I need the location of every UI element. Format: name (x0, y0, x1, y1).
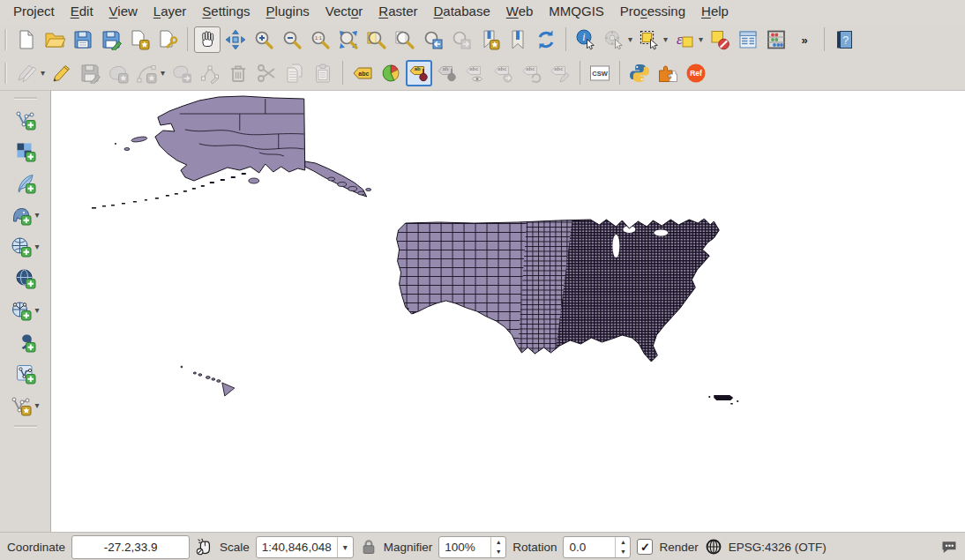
add-wms-layer-dropdown[interactable]: ▾ (34, 234, 39, 260)
menu-vector[interactable]: Vector (318, 3, 371, 20)
new-print-composer-button[interactable] (126, 26, 153, 53)
add-feature-button[interactable] (105, 60, 131, 86)
current-edits-button[interactable] (13, 60, 40, 86)
zoom-full-button[interactable] (335, 26, 362, 53)
render-checkbox[interactable]: ✓ (637, 539, 653, 555)
layer-diagram-options-button[interactable] (378, 60, 404, 86)
spin-up-icon[interactable]: ▲ (616, 537, 630, 547)
zoom-to-layer-button[interactable] (392, 26, 418, 53)
toolbar-handle[interactable] (4, 63, 7, 84)
new-layer-menu-button[interactable] (8, 392, 34, 419)
coordinate-input[interactable] (71, 535, 190, 559)
move-feature-button[interactable] (168, 60, 195, 86)
rotation-spinbox[interactable]: 0.0 ▲▼ (563, 536, 631, 558)
toolbar-handle[interactable] (4, 29, 7, 50)
select-features-dropdown[interactable]: ▾ (663, 26, 668, 53)
add-wfs-layer-dropdown[interactable]: ▾ (34, 297, 39, 324)
magnifier-spin-buttons[interactable]: ▲▼ (490, 537, 505, 557)
menu-edit[interactable]: Edit (63, 3, 101, 20)
current-edits-dropdown[interactable]: ▾ (41, 60, 45, 86)
move-label-button[interactable]: abc (490, 60, 517, 86)
zoom-to-selection-button[interactable] (363, 26, 390, 53)
toolbar-handle[interactable] (14, 425, 37, 428)
spin-down-icon[interactable]: ▼ (616, 547, 630, 556)
add-raster-layer-button[interactable] (12, 138, 39, 165)
save-project-as-button[interactable] (98, 26, 124, 53)
add-postgis-layer-dropdown[interactable]: ▾ (34, 202, 39, 228)
rotate-label-button[interactable]: abc (519, 60, 545, 86)
new-bookmark-button[interactable] (476, 26, 503, 53)
zoom-out-button[interactable] (279, 26, 305, 53)
run-feature-action-dropdown[interactable]: ▾ (628, 26, 632, 53)
pan-map-button[interactable] (194, 26, 221, 53)
add-postgis-layer-button[interactable] (8, 202, 34, 228)
menu-web[interactable]: Web (498, 3, 542, 20)
menu-layer[interactable]: Layer (146, 3, 195, 20)
spin-down-icon[interactable]: ▼ (491, 547, 505, 556)
add-spatialite-layer-button[interactable] (12, 170, 39, 197)
scale-combo[interactable]: 1:40,846,048 ▾ (256, 536, 354, 558)
help-contents-button[interactable]: ? (831, 26, 857, 53)
toggle-editing-button[interactable] (49, 60, 75, 86)
new-project-button[interactable] (13, 26, 40, 53)
scale-lock-icon[interactable] (360, 538, 378, 556)
open-project-button[interactable] (41, 26, 68, 53)
messages-bubble-icon[interactable] (940, 538, 958, 556)
crs-globe-icon[interactable] (705, 538, 722, 556)
pan-to-selection-button[interactable] (222, 26, 249, 53)
identify-features-button[interactable]: i (572, 26, 599, 53)
add-circular-string-button[interactable] (133, 60, 160, 86)
cut-features-button[interactable] (253, 60, 280, 86)
spin-up-icon[interactable]: ▲ (491, 537, 505, 547)
toolbar-overflow-button[interactable]: » (791, 26, 818, 53)
toolbar-handle[interactable] (14, 97, 37, 100)
select-features-button[interactable] (636, 26, 662, 53)
copy-features-button[interactable] (281, 60, 308, 86)
show-hide-labels-button[interactable]: abc (462, 60, 489, 86)
menu-project[interactable]: Project (5, 3, 63, 20)
menu-view[interactable]: View (101, 3, 146, 20)
save-layer-edits-button[interactable] (77, 60, 103, 86)
map-canvas[interactable] (51, 91, 965, 532)
manage-plugins-button[interactable] (655, 60, 681, 86)
node-tool-button[interactable] (197, 60, 223, 86)
layer-labeling-options-button[interactable]: abc (349, 60, 376, 86)
python-console-button[interactable] (626, 60, 653, 86)
rotation-spin-buttons[interactable]: ▲▼ (615, 537, 630, 557)
composer-manager-button[interactable] (154, 26, 181, 53)
delete-selected-button[interactable] (225, 60, 251, 86)
zoom-last-button[interactable] (420, 26, 446, 53)
scale-dropdown-icon[interactable]: ▾ (337, 537, 353, 557)
zoom-next-button[interactable] (448, 26, 475, 53)
change-label-button[interactable]: abc (547, 60, 573, 86)
menu-help[interactable]: Help (693, 3, 737, 20)
select-by-expression-dropdown[interactable]: ▾ (699, 26, 703, 53)
pin-unpin-labels-button[interactable]: ab (434, 60, 460, 86)
save-project-button[interactable] (70, 26, 96, 53)
zoom-in-button[interactable] (251, 26, 277, 53)
deselect-all-button[interactable] (707, 26, 733, 53)
open-attribute-table-button[interactable] (735, 26, 761, 53)
add-wcs-layer-button[interactable] (12, 265, 39, 292)
crs-status-label[interactable]: EPSG:4326 (OTF) (729, 541, 827, 554)
menu-raster[interactable]: Raster (370, 3, 425, 20)
menu-processing[interactable]: Processing (612, 3, 693, 20)
menu-database[interactable]: Database (426, 3, 498, 20)
highlight-pinned-labels-button[interactable]: ab (406, 60, 432, 86)
menu-settings[interactable]: Settings (194, 3, 258, 20)
add-wfs-layer-button[interactable] (8, 297, 34, 324)
zoom-native-button[interactable]: 1:1 (307, 26, 333, 53)
add-vector-layer-button[interactable] (12, 107, 39, 133)
mouse-position-toggle-icon[interactable] (196, 538, 213, 556)
add-delimited-text-layer-button[interactable] (12, 329, 39, 355)
magnifier-spinbox[interactable]: 100% ▲▼ (438, 536, 506, 558)
refresh-map-button[interactable] (533, 26, 559, 53)
show-statistics-button[interactable] (763, 26, 789, 53)
new-layer-menu-dropdown[interactable]: ▾ (34, 392, 39, 419)
menu-plugins[interactable]: Plugins (258, 3, 318, 20)
menu-mmqgis[interactable]: MMQGIS (541, 3, 612, 20)
add-circular-string-dropdown[interactable]: ▾ (161, 60, 165, 86)
new-shapefile-layer-button[interactable] (12, 361, 39, 387)
run-feature-action-button[interactable] (601, 26, 627, 53)
add-wms-layer-button[interactable] (8, 234, 34, 260)
